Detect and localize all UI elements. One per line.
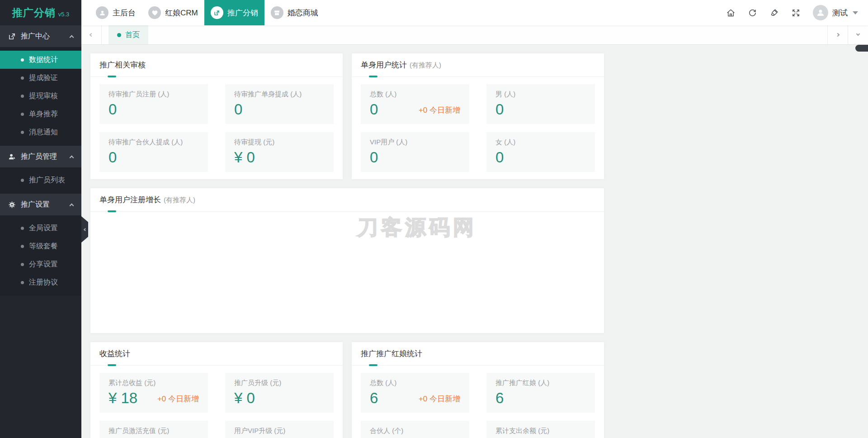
title-dash bbox=[108, 364, 116, 366]
stat-value: 0 bbox=[108, 101, 117, 118]
stat-label: 待审推广合伙人提成 (人) bbox=[108, 138, 199, 147]
page-tabs-bar: 首页 bbox=[81, 25, 868, 45]
card-title: 推广相关审核 bbox=[99, 61, 146, 69]
stat-label: 累计支出余额 (元) bbox=[495, 427, 586, 435]
bullet-icon bbox=[21, 281, 24, 284]
gear-icon bbox=[8, 201, 16, 209]
submenu-promotion-settings: 全局设置 等级套餐 分享设置 注册协议 bbox=[0, 215, 81, 296]
sidebar: 推广分销 v5.3 推广中心 数据统计 提成验证 提现审核 单身推荐 消息通知 … bbox=[0, 0, 81, 438]
stat-label: 女 (人) bbox=[495, 138, 586, 147]
card-body: 总数 (人) 6+0 今日新增 推广推广红娘 (人) 6 合伙人 (个) 0 累… bbox=[352, 366, 604, 438]
topnav-tab-main-admin[interactable]: 主后台 bbox=[90, 0, 142, 25]
sidebar-item-withdraw-review[interactable]: 提现审核 bbox=[0, 87, 81, 105]
sidebar-item-single-recommend[interactable]: 单身推荐 bbox=[0, 105, 81, 123]
sidebar-item-label: 提成验证 bbox=[29, 73, 58, 83]
navbar-actions: 测试 bbox=[726, 0, 858, 25]
stat-value: 0 bbox=[370, 101, 378, 118]
stat-box: 推广员激活充值 (元) ¥ 0 bbox=[99, 421, 208, 438]
stat-label: VIP用户 (人) bbox=[370, 138, 460, 147]
home-icon[interactable] bbox=[726, 8, 736, 18]
stat-box: 待审推广合伙人提成 (人) 0 bbox=[99, 132, 208, 172]
chevron-up-icon bbox=[70, 203, 74, 208]
stat-label: 总数 (人) bbox=[370, 379, 460, 387]
sidebar-item-promoter-list[interactable]: 推广员列表 bbox=[0, 171, 81, 189]
shop-icon bbox=[271, 6, 283, 19]
topnav-tab-marriage-mall[interactable]: 婚恋商城 bbox=[264, 0, 325, 25]
sidebar-item-level-package[interactable]: 等级套餐 bbox=[0, 237, 81, 255]
sidebar-group-promotion-settings[interactable]: 推广设置 bbox=[0, 194, 81, 215]
avatar bbox=[813, 5, 828, 20]
fullscreen-icon[interactable] bbox=[791, 8, 801, 18]
sidebar-item-label: 单身推荐 bbox=[29, 110, 58, 119]
tabs-scroll-left-button[interactable] bbox=[81, 25, 102, 44]
floating-widget[interactable] bbox=[855, 45, 868, 52]
card-single-user-stats: 单身用户统计(有推荐人) 总数 (人) 0+0 今日新增 男 (人) 0 VIP… bbox=[352, 53, 604, 179]
sidebar-item-label: 提现审核 bbox=[29, 91, 58, 101]
bullet-icon bbox=[21, 179, 24, 182]
user-menu[interactable]: 测试 bbox=[813, 5, 858, 20]
tab-home[interactable]: 首页 bbox=[108, 25, 148, 44]
stat-label: 用户VIP升级 (元) bbox=[234, 427, 325, 435]
bullet-icon bbox=[21, 95, 24, 98]
chevron-left-icon bbox=[84, 228, 87, 231]
top-navbar: 主后台 红娘CRM 推广分销 婚恋商城 测试 bbox=[81, 0, 868, 25]
sidebar-item-share-settings[interactable]: 分享设置 bbox=[0, 255, 81, 273]
card-header: 推广推广红娘统计 bbox=[352, 342, 604, 366]
card-header: 单身用户注册增长(有推荐人) bbox=[90, 188, 604, 212]
cards-row-3: 收益统计 累计总收益 (元) ¥ 18+0 今日新增 推广员升级 (元) ¥ 0… bbox=[90, 342, 604, 438]
sidebar-group-label: 推广员管理 bbox=[21, 152, 57, 162]
share-icon bbox=[8, 33, 16, 40]
tabs-menu-button[interactable] bbox=[848, 25, 868, 44]
sidebar-item-label: 推广员列表 bbox=[29, 176, 65, 185]
stat-box: 累计支出余额 (元) ¥ 0 bbox=[486, 421, 595, 438]
sidebar-item-label: 消息通知 bbox=[29, 128, 58, 137]
card-header: 单身用户统计(有推荐人) bbox=[352, 53, 604, 77]
stat-label: 合伙人 (个) bbox=[370, 427, 460, 435]
sidebar-item-label: 注册协议 bbox=[29, 278, 58, 287]
card-body: 待审推广员注册 (人) 0 待审推广单身提成 (人) 0 待审推广合伙人提成 (… bbox=[90, 77, 343, 179]
app-logo: 推广分销 v5.3 bbox=[0, 0, 81, 25]
stat-label: 推广员激活充值 (元) bbox=[108, 427, 199, 435]
title-dash bbox=[369, 364, 377, 366]
card-matchmaker-promotion-stats: 推广推广红娘统计 总数 (人) 6+0 今日新增 推广推广红娘 (人) 6 合伙… bbox=[352, 342, 604, 438]
stat-box: 总数 (人) 0+0 今日新增 bbox=[361, 84, 469, 124]
sidebar-item-global-settings[interactable]: 全局设置 bbox=[0, 219, 81, 237]
stat-label: 待审推广单身提成 (人) bbox=[234, 90, 325, 99]
stat-value: 0 bbox=[108, 149, 117, 166]
sidebar-group-promotion-center[interactable]: 推广中心 bbox=[0, 25, 81, 47]
stat-label: 待审推广员注册 (人) bbox=[108, 90, 199, 99]
sidebar-item-data-statistics[interactable]: 数据统计 bbox=[0, 51, 81, 69]
card-title-suffix: (有推荐人) bbox=[410, 61, 441, 69]
stat-value: 0 bbox=[370, 149, 378, 166]
bullet-icon bbox=[21, 263, 24, 266]
chevron-down-icon bbox=[853, 11, 858, 14]
topnav-tab-promotion-distribution[interactable]: 推广分销 bbox=[204, 0, 264, 25]
card-revenue-stats: 收益统计 累计总收益 (元) ¥ 18+0 今日新增 推广员升级 (元) ¥ 0… bbox=[90, 342, 343, 438]
stat-extra: +0 今日新增 bbox=[419, 394, 460, 406]
card-registration-growth-chart: 单身用户注册增长(有推荐人) 刀客源码网 bbox=[90, 188, 604, 333]
topnav-tab-matchmaker-crm[interactable]: 红娘CRM bbox=[142, 0, 204, 25]
bullet-icon bbox=[21, 131, 24, 134]
username: 测试 bbox=[832, 8, 848, 18]
stat-label: 累计总收益 (元) bbox=[108, 379, 199, 387]
sidebar-item-commission-verify[interactable]: 提成验证 bbox=[0, 69, 81, 87]
stat-box: VIP用户 (人) 0 bbox=[361, 132, 469, 172]
watermark-text: 刀客源码网 bbox=[357, 214, 477, 242]
clear-cache-brush-icon[interactable] bbox=[769, 8, 779, 18]
refresh-icon[interactable] bbox=[748, 8, 757, 18]
stat-box: 推广员升级 (元) ¥ 0 bbox=[225, 373, 334, 413]
stat-value: ¥ 0 bbox=[234, 149, 255, 166]
chevron-right-icon bbox=[836, 33, 840, 37]
stat-box: 推广推广红娘 (人) 6 bbox=[486, 373, 595, 413]
stat-box: 合伙人 (个) 0 bbox=[361, 421, 469, 438]
sidebar-group-promoter-management[interactable]: 推广员管理 bbox=[0, 146, 81, 167]
submenu-promoter-management: 推广员列表 bbox=[0, 167, 81, 194]
title-dash bbox=[369, 76, 377, 77]
stat-box: 待审推广单身提成 (人) 0 bbox=[225, 84, 334, 124]
sidebar-item-register-agreement[interactable]: 注册协议 bbox=[0, 273, 81, 291]
stat-box: 用户VIP升级 (元) ¥ 0 bbox=[225, 421, 334, 438]
tabs-scroll-right-button[interactable] bbox=[827, 25, 848, 44]
stat-value: 6 bbox=[370, 390, 378, 406]
bullet-icon bbox=[21, 76, 24, 80]
sidebar-item-message-notice[interactable]: 消息通知 bbox=[0, 123, 81, 141]
